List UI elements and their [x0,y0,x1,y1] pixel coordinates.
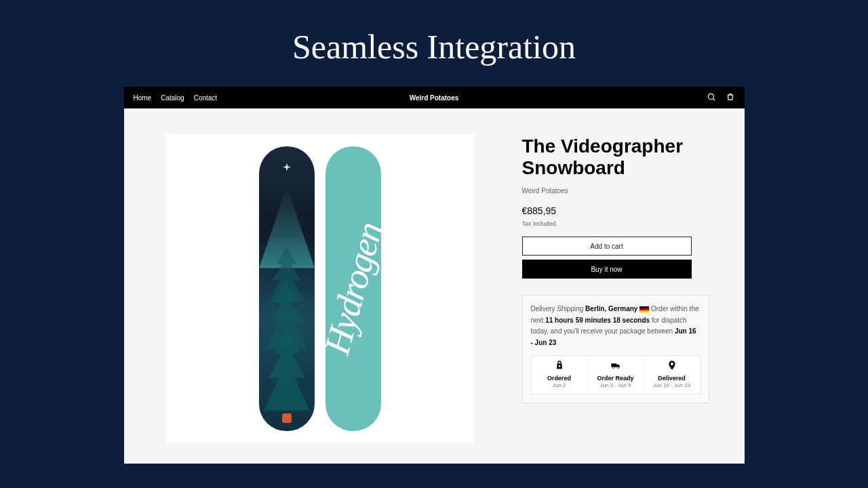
product-vendor: Weird Potatoes [522,187,709,195]
snowboard-back: Hydrogen [326,146,381,431]
page-hero-title: Seamless Integration [0,0,868,87]
step-delivered: Delivered Jun 16 - Jun 23 [644,356,700,394]
truck-icon [610,363,621,374]
product-details: The Videographer Snowboard Weird Potatoe… [522,134,709,464]
flag-germany-icon [639,306,649,312]
board-script-text: Hydrogen [315,218,391,359]
site-header: Home Catalog Contact Weird Potatoes [124,87,745,108]
cart-icon[interactable] [726,92,735,103]
step-order-ready: Order Ready Jun 3 - Jun 5 [588,356,644,394]
svg-point-4 [612,367,614,369]
product-image: Hydrogen [166,134,475,443]
svg-point-0 [708,94,713,99]
product-price: €885,95 [522,205,709,216]
bag-icon [554,363,565,374]
search-icon[interactable] [707,92,716,103]
tax-note: Tax included. [522,220,709,227]
snowboard-front [259,146,315,431]
buy-now-button[interactable]: Buy it now [522,260,692,279]
delivery-timeline: Ordered Jun 2 Order Ready Jun 3 - Jun 5 [531,355,701,394]
svg-point-6 [671,363,673,365]
storefront-window: Home Catalog Contact Weird Potatoes [124,87,745,464]
nav-catalog[interactable]: Catalog [161,94,184,102]
nav-home[interactable]: Home [134,94,152,102]
product-title: The Videographer Snowboard [522,136,709,179]
nav-contact[interactable]: Contact [194,94,217,102]
add-to-cart-button[interactable]: Add to cart [522,237,692,256]
site-brand[interactable]: Weird Potatoes [410,94,459,102]
svg-point-5 [617,367,619,369]
main-nav: Home Catalog Contact [134,94,218,102]
step-ordered: Ordered Jun 2 [532,356,588,394]
delivery-box: Delivery Shipping Berlin, Germany Order … [522,295,709,403]
svg-point-2 [558,365,560,367]
svg-line-1 [713,98,715,100]
location-pin-icon [667,363,677,374]
delivery-text: Delivery Shipping Berlin, Germany Order … [531,304,701,348]
